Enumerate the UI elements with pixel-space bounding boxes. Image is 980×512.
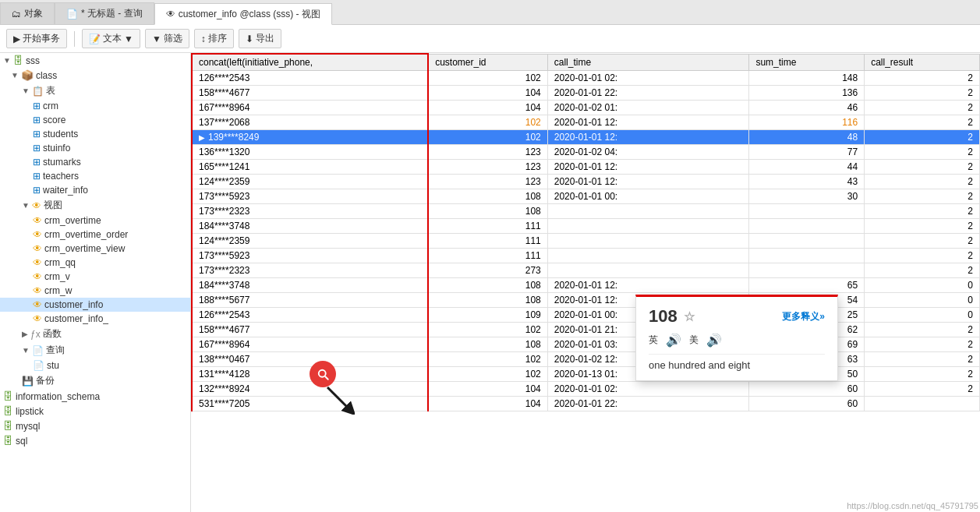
sidebar-item-teachers[interactable]: ⊞ teachers xyxy=(0,169,190,183)
data-grid[interactable]: concat(left(initiative_phone, customer_i… xyxy=(191,53,980,512)
cell-phone: 124****2359 xyxy=(192,234,428,249)
sidebar-item-customer-info2[interactable]: 👁 customer_info_ xyxy=(0,312,190,326)
sidebar-item-lipstick[interactable]: 🗄 lipstick xyxy=(0,404,190,418)
sidebar-item-stuinfo[interactable]: ⊞ stuinfo xyxy=(0,141,190,155)
sidebar-item-mysql[interactable]: 🗄 mysql xyxy=(0,418,190,433)
sidebar-item-information-schema[interactable]: 🗄 information_schema xyxy=(0,389,190,404)
tooltip-popup: 108 ☆ 更多释义» 英 🔊 美 🔊 one hundred and eigh… xyxy=(635,295,838,381)
table-row[interactable]: 531****72051042020-01-01 22:60 xyxy=(192,397,980,411)
sidebar-item-crm-w[interactable]: 👁 crm_w xyxy=(0,284,190,298)
sidebar-item-sss[interactable]: ▼ 🗄 sss xyxy=(0,53,190,68)
table-row[interactable]: 126****25431022020-01-01 02:1482 xyxy=(192,71,980,86)
table-row[interactable]: 184****37481112 xyxy=(192,219,980,234)
popup-word-row: 108 ☆ 更多释义» xyxy=(649,306,825,327)
table-row[interactable]: 173****23231082 xyxy=(192,204,980,219)
table-row[interactable]: 167****89641042020-01-02 01:462 xyxy=(192,101,980,115)
cell-cid: 108 xyxy=(428,189,547,204)
table-row[interactable]: 158****46771022020-01-01 21:622 xyxy=(192,323,980,337)
sidebar-item-sql[interactable]: 🗄 sql xyxy=(0,433,190,448)
cell-call-time: 2020-01-02 04: xyxy=(547,145,749,160)
text-button[interactable]: 📝 文本 ▼ xyxy=(82,29,140,48)
cell-phone: 167****8964 xyxy=(192,101,428,115)
popup-us-sound-icon[interactable]: 🔊 xyxy=(706,333,722,348)
table-row[interactable]: 165****12411232020-01-01 12:442 xyxy=(192,160,980,175)
table-row[interactable]: 124****23591112 xyxy=(192,234,980,249)
cell-call-time xyxy=(547,263,749,278)
cell-phone: 188****5677 xyxy=(192,293,428,308)
tab-view-icon: 👁 xyxy=(166,9,175,19)
dropdown-icon: ▼ xyxy=(124,34,133,44)
cell-call-result: 2 xyxy=(865,204,980,219)
sidebar-item-crm-v[interactable]: 👁 crm_v xyxy=(0,270,190,284)
cell-call-time: 2020-01-01 02: xyxy=(547,382,749,397)
sidebar-item-crm-overtime-view[interactable]: 👁 crm_overtime_view xyxy=(0,242,190,256)
sidebar-item-crm[interactable]: ⊞ crm xyxy=(0,99,190,113)
sidebar-item-functions-group[interactable]: ▶ ƒx 函数 xyxy=(0,326,190,342)
tab-view[interactable]: 👁 customer_info @class (sss) - 视图 xyxy=(154,3,332,25)
tab-query[interactable]: 📄 * 无标题 - 查询 xyxy=(55,2,154,24)
export-button[interactable]: ⬇ 导出 xyxy=(239,29,281,48)
sidebar-sql-label: sql xyxy=(16,436,27,447)
sidebar-sss-label: sss xyxy=(26,55,40,66)
cell-sum-time xyxy=(749,234,865,249)
cell-call-time xyxy=(547,234,749,249)
sidebar-class-label: class xyxy=(36,70,57,81)
cell-cid: 273 xyxy=(428,263,547,278)
sidebar-item-queries-group[interactable]: ▼ 📄 查询 xyxy=(0,342,190,358)
table-row[interactable]: 126****25431092020-01-01 00:250 xyxy=(192,308,980,323)
cell-call-result xyxy=(865,397,980,411)
cell-phone: 138****0467 xyxy=(192,352,428,367)
sidebar-crm-overtime-view-label: crm_overtime_view xyxy=(44,243,125,254)
table-row[interactable]: 167****89641082020-01-01 03:692 xyxy=(192,337,980,352)
sidebar-item-customer-info[interactable]: 👁 customer_info xyxy=(0,298,190,312)
view-icon-6: 👁 xyxy=(33,285,42,296)
sidebar-crm-overtime-label: crm_overtime xyxy=(44,215,101,226)
cell-sum-time xyxy=(749,204,865,219)
filter-button[interactable]: ▼ 筛选 xyxy=(145,29,189,48)
sidebar-item-crm-overtime-order[interactable]: 👁 crm_overtime_order xyxy=(0,228,190,242)
popup-more-label[interactable]: 更多释义» xyxy=(782,310,825,323)
sidebar-lipstick-label: lipstick xyxy=(16,406,44,417)
sidebar-stuinfo-label: stuinfo xyxy=(43,143,70,154)
sidebar-item-stu[interactable]: 📄 stu xyxy=(0,358,190,373)
tab-object[interactable]: 🗂 对象 xyxy=(0,2,55,24)
sidebar-item-score[interactable]: ⊞ score xyxy=(0,113,190,127)
cell-cid: 104 xyxy=(428,86,547,101)
sidebar-item-crm-qq[interactable]: 👁 crm_qq xyxy=(0,256,190,270)
table-row[interactable]: 138****04671022020-01-02 12:632 xyxy=(192,352,980,367)
sidebar-item-tables-group[interactable]: ▼ 📋 表 xyxy=(0,83,190,99)
table-row[interactable]: 184****37481082020-01-01 12:650 xyxy=(192,278,980,293)
sidebar-item-views-group[interactable]: ▼ 👁 视图 xyxy=(0,197,190,214)
popup-en-sound-icon[interactable]: 🔊 xyxy=(666,333,681,348)
cell-call-time: 2020-01-01 12: xyxy=(547,175,749,189)
table-row[interactable]: 173****23232732 xyxy=(192,263,980,278)
transaction-button[interactable]: ▶ 开始事务 xyxy=(6,29,67,48)
col-header-cid: customer_id xyxy=(428,54,547,71)
table-row[interactable]: 124****23591232020-01-01 12:432 xyxy=(192,175,980,189)
db-icon-is: 🗄 xyxy=(3,390,13,402)
table-icon-stumarks: ⊞ xyxy=(33,157,41,168)
table-row[interactable]: ▶139****82491022020-01-01 12:482 xyxy=(192,130,980,145)
sidebar-item-waiter-info[interactable]: ⊞ waiter_info xyxy=(0,183,190,197)
sidebar-crm-v-label: crm_v xyxy=(44,271,70,282)
popup-star-icon[interactable]: ☆ xyxy=(684,309,695,324)
cell-cid: 108 xyxy=(428,278,547,293)
cell-phone: 167****8964 xyxy=(192,337,428,352)
sidebar-item-backup[interactable]: 💾 备份 xyxy=(0,373,190,389)
table-row[interactable]: 173****59231082020-01-01 00:302 xyxy=(192,189,980,204)
table-row[interactable]: 137****20681022020-01-01 12:1162 xyxy=(192,115,980,130)
table-row[interactable]: 158****46771042020-01-01 22:1362 xyxy=(192,86,980,101)
sort-button[interactable]: ↕ 排序 xyxy=(194,29,234,48)
cell-call-time: 2020-01-01 22: xyxy=(547,86,749,101)
sidebar-item-students[interactable]: ⊞ students xyxy=(0,127,190,141)
sidebar-item-class[interactable]: ▼ 📦 class xyxy=(0,68,190,83)
table-row[interactable]: 132****89241042020-01-01 02:602 xyxy=(192,382,980,397)
table-row[interactable]: 173****59231112 xyxy=(192,249,980,263)
sidebar-item-crm-overtime[interactable]: 👁 crm_overtime xyxy=(0,214,190,228)
arrow-icon-views: ▼ xyxy=(22,201,30,210)
sidebar-item-stumarks[interactable]: ⊞ stumarks xyxy=(0,155,190,169)
table-icon-students: ⊞ xyxy=(33,129,41,139)
table-icon-waiter-info: ⊞ xyxy=(33,185,41,196)
table-row[interactable]: 136****13201232020-01-02 04:772 xyxy=(192,145,980,160)
table-row[interactable]: 188****56771082020-01-01 12:540 xyxy=(192,293,980,308)
